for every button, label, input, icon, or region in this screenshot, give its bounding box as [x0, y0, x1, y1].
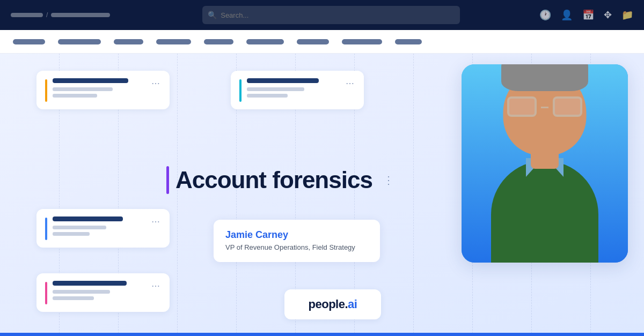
card-accent-yellow: [45, 79, 47, 102]
card-4-line-2: [53, 296, 94, 300]
card-3: ⋯: [36, 209, 170, 248]
subnav-tab-7[interactable]: [297, 39, 329, 44]
card-1-line-2: [53, 94, 97, 98]
search-input[interactable]: [202, 6, 460, 24]
quote-person-name: Jamie Carney: [225, 229, 368, 241]
card-2-body: [247, 78, 339, 100]
subnav-tab-3[interactable]: [114, 39, 143, 44]
history-icon[interactable]: 🕐: [539, 9, 551, 21]
card-3-body: [53, 216, 145, 238]
quote-card: Jamie Carney VP of Revenue Operations, F…: [214, 220, 380, 262]
quote-person-title: VP of Revenue Operations, Field Strategy: [225, 243, 368, 252]
calendar-icon[interactable]: 📅: [582, 9, 594, 21]
card-4-line-main: [53, 281, 127, 286]
bottom-accent-bar: [0, 333, 644, 336]
secondary-navigation: [0, 30, 644, 54]
card-1-line-1: [53, 87, 113, 91]
subnav-tab-1[interactable]: [13, 39, 45, 44]
card-4-body: [53, 281, 145, 303]
subnav-tab-4[interactable]: [156, 39, 191, 44]
person-hair: [501, 64, 588, 91]
subnav-tab-5[interactable]: [204, 39, 233, 44]
card-2-line-2: [247, 94, 288, 98]
person-photo: [462, 64, 628, 263]
card-1-body: [53, 78, 145, 100]
card-1: ⋯: [36, 71, 170, 109]
card-accent-pink: [45, 282, 47, 304]
breadcrumb: /: [11, 11, 110, 19]
card-4-menu-icon[interactable]: ⋯: [150, 281, 161, 291]
card-3-line-1: [53, 226, 106, 229]
logo-card: people.ai: [284, 289, 381, 319]
photo-card: [462, 64, 628, 263]
person-glasses: [507, 96, 582, 118]
card-accent-blue: [45, 218, 47, 240]
glasses-right: [553, 96, 582, 117]
expand-icon[interactable]: ✥: [604, 9, 612, 21]
card-2: ⋯: [231, 71, 364, 109]
subnav-tab-6[interactable]: [246, 39, 284, 44]
user-icon[interactable]: 👤: [561, 9, 573, 21]
card-2-menu-icon[interactable]: ⋯: [345, 78, 355, 88]
logo-text: people.ai: [309, 297, 357, 311]
card-1-line-main: [53, 78, 128, 83]
search-icon: 🔍: [208, 11, 217, 19]
glasses-bridge: [541, 107, 548, 108]
card-2-line-main: [247, 78, 319, 83]
subnav-tab-2[interactable]: [58, 39, 101, 44]
card-4-line-1: [53, 290, 110, 294]
feature-heading: Account forensics ⋮: [166, 166, 394, 194]
logo-main: people.: [309, 297, 348, 311]
nav-actions: 🕐 👤 📅 ✥ 📁: [539, 9, 633, 21]
top-navigation: / 🔍 🕐 👤 📅 ✥ 📁: [0, 0, 644, 30]
card-2-line-1: [247, 87, 304, 91]
breadcrumb-separator: /: [46, 11, 48, 19]
glasses-left: [507, 96, 537, 117]
logo-accent: ai: [348, 297, 357, 311]
card-1-menu-icon[interactable]: ⋯: [150, 78, 161, 88]
subnav-tab-8[interactable]: [342, 39, 382, 44]
subnav-tab-9[interactable]: [395, 39, 422, 44]
feature-accent-bar: [166, 166, 169, 194]
card-accent-cyan: [239, 79, 241, 102]
main-content: ⋯ ⋯ Account forensics ⋮ ⋯ ⋯: [0, 54, 644, 336]
breadcrumb-part-2[interactable]: [51, 13, 110, 17]
breadcrumb-part-1[interactable]: [11, 13, 43, 17]
folder-icon[interactable]: 📁: [621, 9, 633, 21]
card-3-line-main: [53, 216, 123, 221]
card-3-menu-icon[interactable]: ⋯: [150, 216, 161, 227]
card-3-line-2: [53, 232, 90, 236]
feature-menu-icon[interactable]: ⋮: [383, 174, 394, 186]
search-container: 🔍: [202, 6, 460, 24]
page-title: Account forensics: [175, 167, 372, 193]
card-4: ⋯: [36, 273, 170, 312]
